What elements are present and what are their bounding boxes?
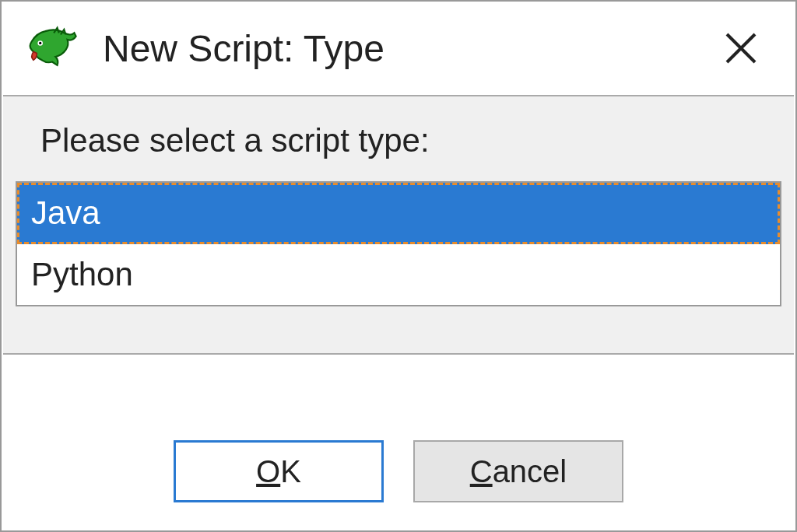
close-icon bbox=[722, 30, 760, 67]
list-item-python[interactable]: Python bbox=[17, 244, 780, 306]
ok-button-label: OK bbox=[256, 454, 301, 489]
svg-point-1 bbox=[39, 42, 41, 44]
button-row: OK Cancel bbox=[2, 412, 795, 530]
close-button[interactable] bbox=[710, 17, 772, 79]
dragon-icon bbox=[25, 21, 79, 75]
list-item-java[interactable]: Java bbox=[17, 183, 780, 244]
titlebar: New Script: Type bbox=[2, 2, 795, 95]
dialog-body: Please select a script type: Java Python bbox=[3, 95, 794, 355]
cancel-button[interactable]: Cancel bbox=[413, 440, 623, 502]
new-script-dialog: New Script: Type Please select a script … bbox=[0, 0, 797, 532]
dialog-title: New Script: Type bbox=[103, 27, 710, 70]
cancel-button-label: Cancel bbox=[470, 454, 567, 489]
script-type-listbox[interactable]: Java Python bbox=[16, 181, 781, 306]
ok-button[interactable]: OK bbox=[174, 440, 384, 502]
prompt-label: Please select a script type: bbox=[40, 122, 785, 159]
